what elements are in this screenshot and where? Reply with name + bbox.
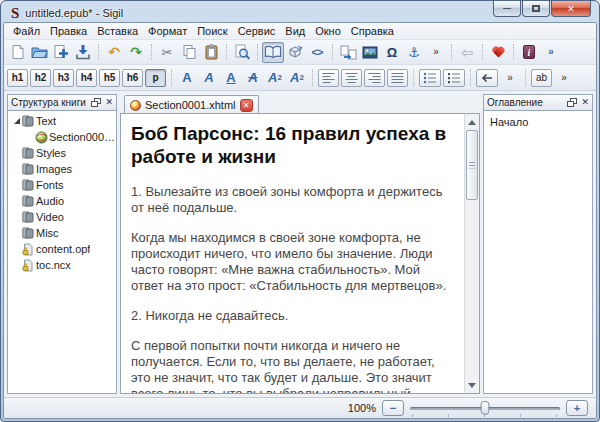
title-bar[interactable]: S untitled.epub* - Sigil — ✕ (3, 1, 597, 22)
split-view-icon (287, 45, 303, 59)
tree-item-text[interactable]: Text (11, 113, 116, 129)
insert-anchor-button[interactable]: ⚓ (403, 42, 425, 63)
editor-vertical-scrollbar[interactable] (464, 114, 479, 393)
menu-insert[interactable]: Вставка (92, 25, 143, 37)
scroll-up-icon[interactable] (465, 115, 479, 129)
scroll-down-icon[interactable] (465, 378, 479, 392)
align-left-button[interactable] (318, 69, 339, 87)
redo-button[interactable]: ↷ (125, 42, 147, 63)
menu-search[interactable]: Поиск (192, 25, 232, 37)
align-right-icon (368, 72, 381, 84)
toolbar-separator (151, 44, 152, 60)
editor-book-view[interactable]: Боб Парсонс: 16 правил успеха в работе и… (120, 113, 480, 394)
italic-button[interactable]: A (198, 67, 220, 88)
insert-image-button[interactable] (359, 42, 381, 63)
split-view-button[interactable] (284, 42, 306, 63)
underline-icon: A (226, 70, 235, 85)
direction-overflow-button[interactable]: » (499, 67, 521, 88)
tree-item-toc-ncx[interactable]: toc.ncx (11, 257, 116, 273)
insert-overflow-button[interactable]: » (425, 42, 447, 63)
save-button[interactable] (72, 42, 94, 63)
code-view-button[interactable]: <> (306, 42, 328, 63)
open-file-button[interactable] (28, 42, 50, 63)
zoom-out-button[interactable]: − (382, 400, 404, 416)
paste-button[interactable] (200, 42, 222, 63)
cut-button[interactable]: ✂ (156, 42, 178, 63)
close-panel-icon[interactable]: ✕ (105, 98, 113, 107)
close-panel-icon[interactable]: ✕ (581, 98, 589, 107)
heading-h6-button[interactable]: h6 (122, 69, 143, 87)
expander-icon[interactable] (14, 118, 20, 124)
text-case-icon: ab (536, 72, 547, 83)
menu-window[interactable]: Окно (310, 25, 346, 37)
main-overflow-button[interactable]: » (540, 42, 562, 63)
tree-item-misc[interactable]: Misc (11, 225, 116, 241)
find-replace-button[interactable] (231, 42, 253, 63)
tree-item-audio[interactable]: Audio (11, 193, 116, 209)
menu-tools[interactable]: Сервис (233, 25, 281, 37)
client-area: Файл Правка Вставка Формат Поиск Сервис … (3, 22, 597, 419)
menu-edit[interactable]: Правка (45, 25, 92, 37)
tree-item-styles[interactable]: Styles (11, 145, 116, 161)
superscript-button[interactable]: A2 (286, 67, 308, 88)
bullet-list-button[interactable] (419, 69, 441, 87)
float-panel-icon[interactable] (567, 98, 577, 107)
text-case-button[interactable]: ab (531, 69, 552, 87)
zoom-slider-thumb[interactable] (481, 401, 490, 415)
zoom-slider[interactable] (410, 400, 560, 417)
superscript-icon: A (290, 70, 299, 85)
html-file-icon (130, 100, 141, 111)
strikethrough-button[interactable]: A (242, 67, 264, 88)
donate-button[interactable] (487, 42, 509, 63)
tree-item-video[interactable]: Video (11, 209, 116, 225)
heading-h4-button[interactable]: h4 (76, 69, 97, 87)
add-file-button[interactable] (50, 42, 72, 63)
metadata-button[interactable]: i (518, 42, 540, 63)
heading-h2-button[interactable]: h2 (30, 69, 51, 87)
tab-close-icon[interactable]: ✕ (240, 99, 253, 112)
heading-h5-button[interactable]: h5 (99, 69, 120, 87)
tree-item-images[interactable]: Images (11, 161, 116, 177)
magnifier-icon (234, 44, 250, 60)
back-button[interactable]: ⇦ (456, 42, 478, 63)
subscript-button[interactable]: A2 (264, 67, 286, 88)
maximize-button[interactable] (522, 1, 550, 17)
zoom-in-button[interactable]: + (566, 400, 588, 416)
float-panel-icon[interactable] (91, 98, 101, 107)
new-file-button[interactable] (6, 42, 28, 63)
close-button[interactable]: ✕ (551, 1, 591, 17)
underline-button[interactable]: A (220, 67, 242, 88)
bold-button[interactable]: A (176, 67, 198, 88)
align-justify-button[interactable] (387, 69, 408, 87)
align-right-button[interactable] (364, 69, 385, 87)
tree-item-fonts[interactable]: Fonts (11, 177, 116, 193)
scrollbar-thumb[interactable] (466, 130, 478, 200)
book-view-button[interactable] (262, 42, 284, 63)
heading-h1-button[interactable]: h1 (7, 69, 28, 87)
tree-item-section0001[interactable]: Section0001.xht... (11, 129, 116, 145)
menu-format[interactable]: Формат (143, 25, 192, 37)
minimize-button[interactable]: — (493, 1, 521, 17)
menu-file[interactable]: Файл (8, 25, 45, 37)
numbered-list-button[interactable] (443, 69, 465, 87)
undo-button[interactable]: ↶ (103, 42, 125, 63)
align-justify-icon (391, 72, 404, 84)
tab-bar: Section0001.xhtml ✕ (120, 94, 480, 113)
align-center-button[interactable] (341, 69, 362, 87)
bullet-list-icon (423, 72, 437, 84)
heading-p-button[interactable]: p (145, 69, 166, 87)
tab-section0001[interactable]: Section0001.xhtml ✕ (124, 95, 259, 114)
text-direction-button[interactable] (476, 69, 498, 87)
menu-view[interactable]: Вид (280, 25, 310, 37)
split-section-button[interactable] (337, 42, 359, 63)
menu-help[interactable]: Справка (346, 25, 399, 37)
subscript-icon: A (268, 70, 277, 85)
menu-bar: Файл Правка Вставка Формат Поиск Сервис … (4, 23, 596, 40)
special-character-button[interactable]: Ω (381, 42, 403, 63)
tree-item-content-opf[interactable]: content.opf (11, 241, 116, 257)
heading-h3-button[interactable]: h3 (53, 69, 74, 87)
copy-button[interactable] (178, 42, 200, 63)
book-browser-header: Структура книги ✕ (7, 94, 117, 111)
toc-item-nachalo[interactable]: Начало (490, 114, 592, 130)
case-overflow-button[interactable]: » (553, 67, 575, 88)
